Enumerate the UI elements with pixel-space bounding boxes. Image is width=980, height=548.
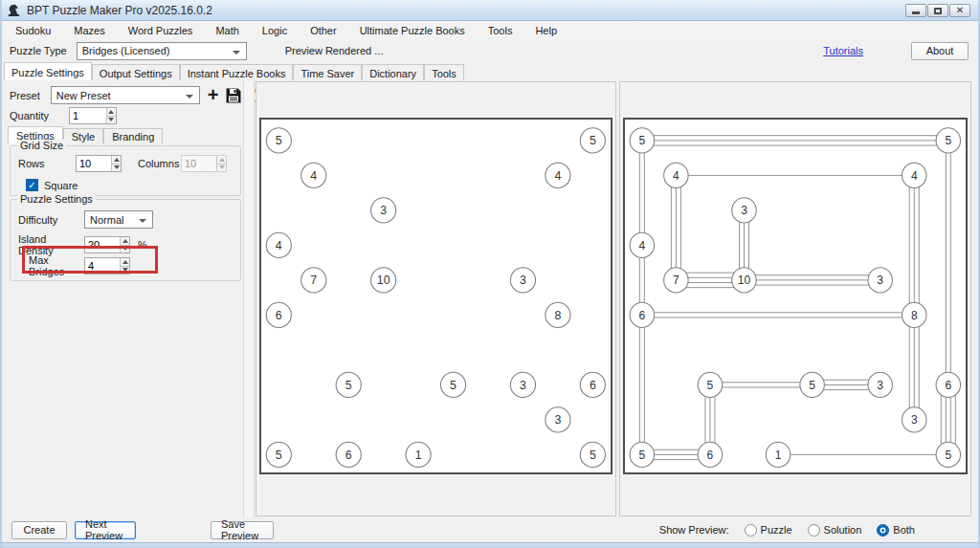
max-bridges-highlight — [22, 246, 158, 274]
svg-text:4: 4 — [911, 168, 918, 182]
menu-item-sudoku[interactable]: Sudoku — [4, 22, 62, 39]
svg-text:3: 3 — [380, 204, 387, 217]
svg-text:8: 8 — [554, 309, 561, 322]
solution-preview-panel: 554434710368553635615 — [619, 81, 971, 516]
svg-text:4: 4 — [673, 168, 679, 182]
tab-time-saver[interactable]: Time Saver — [293, 64, 362, 80]
radio-solution-icon[interactable] — [808, 524, 820, 537]
difficulty-row: Difficulty Normal — [18, 210, 153, 229]
quantity-stepper — [69, 107, 117, 124]
close-icon: ✕ — [956, 6, 964, 15]
menu-item-mazes[interactable]: Mazes — [62, 22, 116, 39]
next-preview-button[interactable]: Next Preview — [75, 521, 136, 539]
columns-spin-buttons — [216, 156, 226, 171]
quantity-label: Quantity — [10, 110, 49, 121]
svg-text:5: 5 — [638, 134, 645, 147]
about-button[interactable]: About — [911, 42, 969, 60]
grid-size-legend: Grid Size — [17, 140, 66, 151]
svg-text:3: 3 — [911, 413, 918, 427]
menu-item-word-puzzles[interactable]: Word Puzzles — [117, 22, 205, 39]
menu-item-help[interactable]: Help — [523, 22, 568, 39]
menu-item-tools[interactable]: Tools — [477, 22, 524, 39]
rows-spin-buttons[interactable] — [111, 156, 121, 171]
svg-text:3: 3 — [520, 379, 526, 392]
quantity-spin-buttons[interactable] — [106, 108, 116, 123]
svg-text:10: 10 — [377, 274, 390, 287]
minimize-button[interactable] — [905, 4, 926, 17]
tab-branding[interactable]: Branding — [103, 128, 163, 143]
svg-text:5: 5 — [590, 449, 596, 462]
svg-text:5: 5 — [707, 379, 714, 392]
menu-item-math[interactable]: Math — [204, 22, 250, 39]
quantity-row: Quantity — [10, 107, 117, 124]
radio-puzzle-label: Puzzle — [761, 524, 792, 536]
svg-text:4: 4 — [638, 238, 645, 252]
app-window: BPT Puzzle Maker Pro v2025.16.0.2 ✕ Sudo… — [0, 0, 980, 548]
tab-dictionary[interactable]: Dictionary — [362, 64, 424, 80]
menu-item-other[interactable]: Other — [299, 22, 348, 39]
svg-text:5: 5 — [345, 379, 352, 392]
menu-item-ultimate-puzzle-books[interactable]: Ultimate Puzzle Books — [348, 22, 477, 39]
rows-stepper — [76, 155, 122, 172]
columns-stepper — [181, 155, 227, 172]
difficulty-dropdown[interactable]: Normal — [84, 210, 153, 229]
svg-text:4: 4 — [310, 169, 317, 183]
puzzle-preview-panel: 554434710368553635615 — [256, 81, 616, 516]
settings-scrollbar[interactable] — [243, 80, 255, 517]
svg-text:6: 6 — [345, 449, 352, 462]
svg-text:1: 1 — [775, 449, 782, 462]
rows-input[interactable] — [77, 156, 111, 171]
square-row: ✓ Square — [26, 179, 78, 191]
svg-text:6: 6 — [276, 309, 282, 322]
grid-size-group: Grid Size Rows Columns ✓ Square — [10, 145, 241, 196]
rows-label: Rows — [18, 158, 76, 169]
menu-item-logic[interactable]: Logic — [251, 22, 299, 39]
tab-instant-puzzle-books[interactable]: Instant Puzzle Books — [180, 64, 294, 80]
tutorials-link[interactable]: Tutorials — [823, 45, 863, 56]
main-tabstrip: Puzzle Settings Output Settings Instant … — [4, 61, 464, 80]
svg-text:7: 7 — [310, 274, 317, 287]
window-title: BPT Puzzle Maker Pro v2025.16.0.2 — [27, 4, 212, 17]
tab-puzzle-settings[interactable]: Puzzle Settings — [4, 62, 92, 80]
puzzle-settings-legend: Puzzle Settings — [17, 193, 96, 205]
radio-option-both[interactable]: Both — [877, 524, 915, 537]
preset-row: Preset New Preset + — [10, 84, 266, 106]
columns-input — [182, 156, 216, 171]
save-icon — [225, 87, 242, 104]
tab-style[interactable]: Style — [63, 128, 103, 143]
puzzle-preview-svg: 554434710368553635615 — [261, 120, 611, 472]
show-preview-label: Show Preview: — [659, 524, 729, 536]
radio-both-label: Both — [893, 524, 915, 536]
maximize-button[interactable] — [927, 4, 948, 17]
square-checkbox[interactable]: ✓ — [26, 179, 38, 191]
puzzle-type-dropdown[interactable]: Bridges (Licensed) — [77, 42, 247, 60]
titlebar: BPT Puzzle Maker Pro v2025.16.0.2 ✕ — [2, 0, 978, 21]
radio-option-puzzle[interactable]: Puzzle — [745, 524, 792, 537]
window-controls: ✕ — [905, 4, 970, 17]
add-preset-button[interactable]: + — [208, 84, 219, 106]
difficulty-value: Normal — [90, 214, 123, 226]
svg-text:5: 5 — [945, 449, 951, 462]
radio-option-solution[interactable]: Solution — [808, 524, 862, 537]
svg-text:3: 3 — [554, 413, 561, 427]
minimize-icon — [912, 11, 920, 14]
create-button[interactable]: Create — [11, 521, 67, 539]
solution-preview-box: 554434710368553635615 — [623, 118, 968, 474]
main-area: Preset New Preset + — [2, 80, 978, 517]
close-button[interactable]: ✕ — [949, 4, 970, 17]
tab-output-settings[interactable]: Output Settings — [92, 64, 180, 80]
svg-text:5: 5 — [809, 379, 815, 392]
radio-both-icon[interactable] — [877, 524, 889, 537]
save-preset-button[interactable] — [225, 87, 242, 104]
footer-bar: Create Next Preview Save Preview Show Pr… — [2, 517, 978, 542]
svg-text:5: 5 — [638, 449, 645, 462]
preset-dropdown[interactable]: New Preset — [51, 86, 200, 104]
quantity-input[interactable] — [70, 108, 106, 123]
radio-puzzle-icon[interactable] — [745, 524, 757, 537]
save-preview-button[interactable]: Save Preview — [211, 521, 274, 539]
svg-text:3: 3 — [520, 274, 526, 287]
puzzle-type-label: Puzzle Type — [10, 45, 67, 56]
tab-tools[interactable]: Tools — [424, 64, 464, 80]
preview-status: Preview Rendered ... — [285, 45, 384, 56]
svg-text:6: 6 — [590, 379, 596, 392]
